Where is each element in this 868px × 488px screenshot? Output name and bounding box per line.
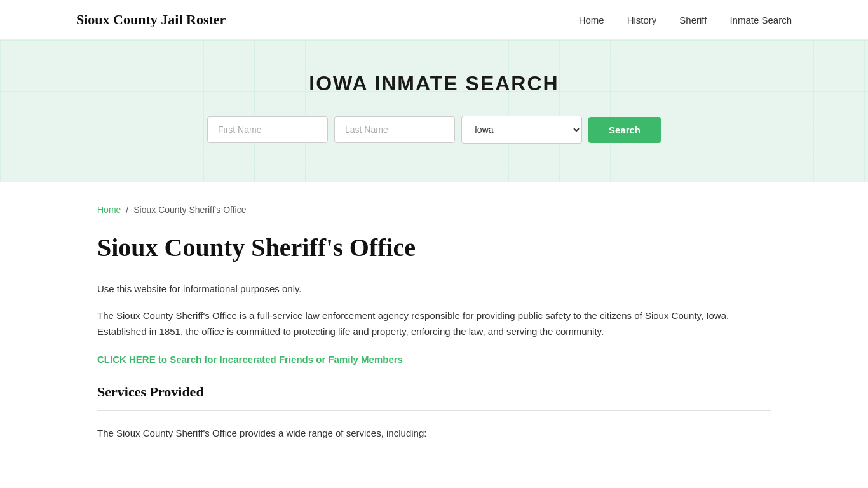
breadcrumb-current: Sioux County Sheriff's Office	[133, 205, 246, 215]
nav-inmate-search[interactable]: Inmate Search	[729, 15, 792, 25]
services-heading: Services Provided	[97, 384, 771, 400]
inmate-search-form: Iowa Nebraska South Dakota Minnesota Wis…	[13, 116, 855, 144]
cta-search-link[interactable]: CLICK HERE to Search for Incarcerated Fr…	[97, 354, 771, 365]
nav-history[interactable]: History	[627, 15, 657, 25]
services-intro-text: The Sioux County Sheriff's Office provid…	[97, 425, 771, 442]
site-title: Sioux County Jail Roster	[76, 11, 226, 28]
first-name-input[interactable]	[207, 116, 328, 143]
description-text: The Sioux County Sheriff's Office is a f…	[97, 308, 771, 340]
breadcrumb: Home / Sioux County Sheriff's Office	[97, 205, 771, 215]
section-divider	[97, 410, 771, 411]
breadcrumb-home[interactable]: Home	[97, 205, 121, 215]
site-header: Sioux County Jail Roster Home History Sh…	[0, 0, 868, 40]
breadcrumb-separator: /	[126, 205, 128, 215]
search-button[interactable]: Search	[588, 117, 661, 143]
intro-text: Use this website for informational purpo…	[97, 281, 771, 297]
state-select[interactable]: Iowa Nebraska South Dakota Minnesota Wis…	[461, 116, 582, 144]
main-content: Home / Sioux County Sheriff's Office Sio…	[72, 182, 796, 466]
page-title: Sioux County Sheriff's Office	[97, 233, 771, 263]
nav-home[interactable]: Home	[579, 15, 604, 25]
hero-banner: IOWA INMATE SEARCH Iowa Nebraska South D…	[0, 40, 868, 182]
last-name-input[interactable]	[334, 116, 455, 143]
main-nav: Home History Sheriff Inmate Search	[579, 15, 792, 25]
nav-sheriff[interactable]: Sheriff	[679, 15, 707, 25]
hero-title: IOWA INMATE SEARCH	[13, 72, 855, 95]
